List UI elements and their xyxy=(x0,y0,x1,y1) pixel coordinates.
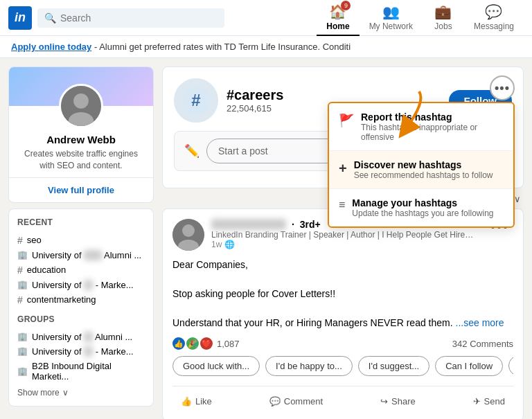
group-item-label: University of xx - Marke... xyxy=(32,346,134,357)
plus-icon: + xyxy=(339,161,347,177)
list-item[interactable]: 🏢 University of xxxx Alumni ... xyxy=(17,248,145,262)
arrow-svg xyxy=(364,88,433,143)
post-author-avatar xyxy=(172,219,204,251)
arrow-annotation xyxy=(364,88,433,145)
suggest-button-4[interactable]: Can I follow xyxy=(435,356,503,376)
messaging-icon: 💬 xyxy=(485,3,502,20)
nav-my-network-label: My Network xyxy=(369,21,413,31)
list-item[interactable]: # seo xyxy=(17,233,145,248)
hashtag-symbol: # xyxy=(182,87,210,114)
recent-item-label: education xyxy=(27,265,66,275)
hash-icon: # xyxy=(17,265,23,276)
manage-hashtags-item[interactable]: ≡ Manage your hashtags Update the hashta… xyxy=(329,189,513,226)
manage-icon: ≡ xyxy=(339,199,345,211)
top-nav: 🏠 9 Home 👥 My Network 💼 Jobs 💬 Messaging xyxy=(317,0,524,36)
recent-item-label: seo xyxy=(27,235,42,245)
svg-point-1 xyxy=(73,93,89,109)
profile-name: Andrew Webb xyxy=(9,134,153,145)
home-badge: 9 xyxy=(341,1,351,10)
building-icon: 🏢 xyxy=(17,346,28,356)
building-icon: 🏢 xyxy=(17,366,28,376)
post-card: Xxxxxxx Xxxxxx · 3rd+ LinkedIn Branding … xyxy=(162,208,524,419)
discover-hashtags-item[interactable]: + Discover new hashtags See recommended … xyxy=(329,151,513,189)
manage-hashtags-title: Manage your hashtags xyxy=(352,197,493,208)
list-item[interactable]: 🏢 B2B Inbound Digital Marketi... xyxy=(17,359,145,384)
reaction-icons: 👍 🎉 ❤️ xyxy=(172,337,213,350)
suggest-scroll-right-button[interactable]: › xyxy=(508,355,513,376)
send-button[interactable]: ✈ Send xyxy=(465,392,513,411)
avatar-image xyxy=(61,84,101,128)
avatar xyxy=(59,84,103,128)
suggest-button-1[interactable]: Good luck with... xyxy=(172,356,260,376)
show-more-button[interactable]: Show more ∨ xyxy=(17,388,145,398)
more-options-button[interactable]: ••• xyxy=(490,75,515,100)
profile-description: Creates website traffic engines with SEO… xyxy=(9,148,153,177)
hashtag-card: # #careers 22,504,615 Follow ••• 🚩 Repor… xyxy=(162,66,524,188)
sort-chevron-icon: ∨ xyxy=(514,194,521,204)
nav-home[interactable]: 🏠 9 Home xyxy=(317,0,359,36)
list-item[interactable]: 🏢 University of xx - Marke... xyxy=(17,278,145,292)
building-icon: 🏢 xyxy=(17,250,28,260)
post-body: Dear Companies, Stop asking people for C… xyxy=(172,258,513,330)
svg-point-6 xyxy=(182,224,195,237)
flag-icon: 🚩 xyxy=(339,113,354,128)
nav-messaging[interactable]: 💬 Messaging xyxy=(464,0,524,36)
view-full-profile-link[interactable]: View full profile xyxy=(9,177,153,202)
recent-item-label: University of xxxx Alumni ... xyxy=(32,250,141,260)
linkedin-logo[interactable]: in xyxy=(8,6,32,30)
post-degree: 3rd+ xyxy=(300,219,321,230)
profile-card: Andrew Webb Creates website traffic engi… xyxy=(8,66,154,203)
celebrate-reaction-icon: 🎉 xyxy=(186,337,199,350)
list-item[interactable]: 🏢 University of xx - Marke... xyxy=(17,344,145,359)
comment-icon: 💬 xyxy=(269,396,281,407)
suggestions-row: Good luck with... I'd be happy to... I'd… xyxy=(172,355,513,379)
like-reaction-icon: 👍 xyxy=(172,337,185,350)
list-item[interactable]: # education xyxy=(17,262,145,278)
search-input[interactable] xyxy=(60,12,218,24)
like-icon: 👍 xyxy=(181,396,192,407)
main-layout: Andrew Webb Creates website traffic engi… xyxy=(0,66,532,419)
like-button[interactable]: 👍 Like xyxy=(172,392,220,411)
list-item[interactable]: # contentmarketing xyxy=(17,292,145,307)
share-button[interactable]: ↪ Share xyxy=(372,392,424,411)
reaction-count: 1,087 xyxy=(217,339,240,349)
nav-jobs[interactable]: 💼 Jobs xyxy=(423,0,464,36)
list-item[interactable]: 🏢 University of xx Alumni ... xyxy=(17,330,145,344)
nav-jobs-label: Jobs xyxy=(434,21,452,31)
recent-item-label: contentmarketing xyxy=(27,294,96,305)
hash-icon: # xyxy=(17,294,23,305)
suggest-button-3[interactable]: I'd suggest... xyxy=(358,356,429,376)
search-icon: 🔍 xyxy=(44,12,56,24)
groups-section: Groups 🏢 University of xx Alumni ... 🏢 U… xyxy=(17,314,145,384)
send-icon: ✈ xyxy=(473,396,481,407)
comment-button[interactable]: 💬 Comment xyxy=(261,392,331,411)
jobs-icon: 💼 xyxy=(434,3,452,20)
left-sidebar: Andrew Webb Creates website traffic engi… xyxy=(8,66,154,419)
discover-hashtags-subtitle: See recommended hashtags to follow xyxy=(354,170,493,180)
nav-messaging-label: Messaging xyxy=(474,21,514,31)
recent-section: Recent # seo 🏢 University of xxxx Alumni… xyxy=(8,208,154,407)
chevron-down-icon: ∨ xyxy=(62,388,69,398)
groups-section-title: Groups xyxy=(17,314,145,324)
share-icon: ↪ xyxy=(380,396,388,407)
hashtag-logo: # xyxy=(174,78,218,123)
nav-my-network[interactable]: 👥 My Network xyxy=(360,0,423,36)
reaction-row: 👍 🎉 ❤️ 1,087 342 Comments xyxy=(172,337,513,350)
center-column: # #careers 22,504,615 Follow ••• 🚩 Repor… xyxy=(162,66,524,419)
see-more-link[interactable]: ...see more xyxy=(456,317,504,328)
banner-link[interactable]: Apply online today xyxy=(11,42,91,52)
home-icon: 🏠 9 xyxy=(329,3,346,20)
search-bar[interactable]: 🔍 xyxy=(37,8,224,28)
post-timestamp: 1w 🌐 xyxy=(211,240,479,249)
post-action-row: 👍 Like 💬 Comment ↪ Share ✈ Send xyxy=(172,386,513,411)
discover-hashtags-title: Discover new hashtags xyxy=(354,159,493,170)
share-label: Share xyxy=(391,396,416,407)
love-reaction-icon: ❤️ xyxy=(200,337,213,350)
like-label: Like xyxy=(195,396,212,407)
suggest-button-2[interactable]: I'd be happy to... xyxy=(265,356,353,376)
edit-icon: ✏️ xyxy=(184,143,200,159)
globe-icon: 🌐 xyxy=(224,240,235,249)
hash-icon: # xyxy=(17,235,23,246)
building-icon: 🏢 xyxy=(17,332,28,341)
my-network-icon: 👥 xyxy=(382,3,400,20)
